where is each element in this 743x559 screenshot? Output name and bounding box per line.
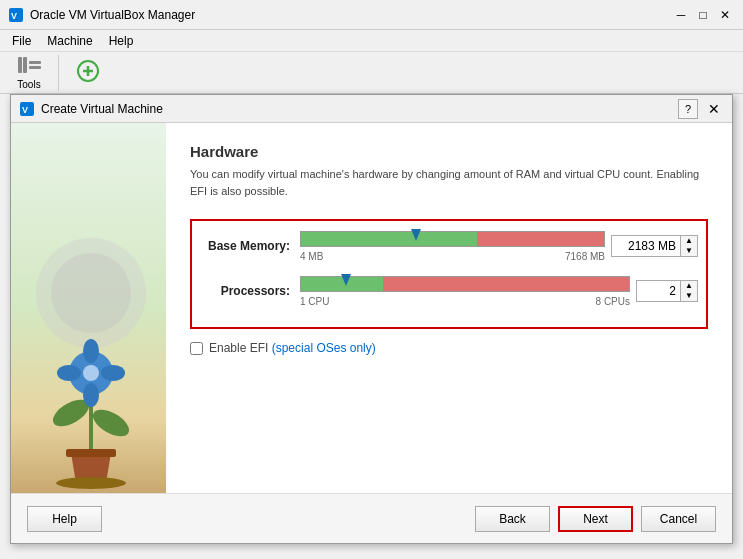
svg-text:V: V	[22, 105, 28, 115]
base-memory-spinbox: ▲ ▼	[611, 235, 698, 257]
svg-rect-4	[29, 61, 41, 64]
maximize-button[interactable]: □	[693, 5, 713, 25]
memory-max-label: 7168 MB	[565, 251, 605, 262]
add-button[interactable]	[63, 56, 113, 90]
back-button[interactable]: Back	[475, 506, 550, 532]
processors-input[interactable]	[636, 280, 681, 302]
svg-point-12	[51, 253, 131, 333]
processors-slider-container: 1 CPU 8 CPUs	[300, 274, 630, 307]
dialog-icon: V	[19, 101, 35, 117]
close-button[interactable]: ✕	[715, 5, 735, 25]
cpu-slider-track	[300, 274, 630, 294]
add-icon	[76, 59, 100, 86]
cpu-spin-down[interactable]: ▼	[681, 291, 697, 301]
minimize-button[interactable]: ─	[671, 5, 691, 25]
processors-label: Processors:	[200, 284, 300, 298]
next-button[interactable]: Next	[558, 506, 633, 532]
svg-point-19	[83, 383, 99, 407]
section-title: Hardware	[190, 143, 708, 160]
cpu-slider-labels: 1 CPU 8 CPUs	[300, 296, 630, 307]
base-memory-slider-container: 4 MB 7168 MB	[300, 229, 605, 262]
main-window: V Oracle VM VirtualBox Manager ─ □ ✕ Fil…	[0, 0, 743, 559]
hardware-settings-box: Base Memory:	[190, 219, 708, 329]
section-description: You can modify virtual machine's hardwar…	[190, 166, 708, 199]
processors-row: Processors:	[200, 274, 698, 307]
memory-slider-labels: 4 MB 7168 MB	[300, 251, 605, 262]
sidebar-illustration	[11, 123, 166, 493]
dialog-controls: ? ✕	[678, 99, 724, 119]
window-controls: ─ □ ✕	[671, 5, 735, 25]
app-title: Oracle VM VirtualBox Manager	[30, 8, 671, 22]
svg-point-18	[83, 339, 99, 363]
efi-checkbox[interactable]	[190, 342, 203, 355]
memory-slider-track	[300, 229, 605, 249]
svg-rect-22	[66, 449, 116, 457]
app-icon: V	[8, 7, 24, 23]
svg-point-20	[57, 365, 81, 381]
dialog-close-button[interactable]: ✕	[704, 99, 724, 119]
efi-label[interactable]: Enable EFI (special OSes only)	[209, 341, 376, 355]
create-vm-dialog: V Create Virtual Machine ? ✕	[10, 94, 733, 544]
efi-blue-text: (special OSes only)	[272, 341, 376, 355]
svg-point-21	[101, 365, 125, 381]
title-bar: V Oracle VM VirtualBox Manager ─ □ ✕	[0, 0, 743, 30]
dialog-title-bar: V Create Virtual Machine ? ✕	[11, 95, 732, 123]
svg-rect-3	[23, 57, 27, 73]
plant-svg	[21, 213, 161, 493]
svg-rect-5	[29, 66, 41, 69]
menu-file[interactable]: File	[4, 32, 39, 50]
memory-spinbox-arrows: ▲ ▼	[681, 235, 698, 257]
tools-icon	[17, 55, 41, 78]
efi-checkbox-row: Enable EFI (special OSes only)	[190, 341, 708, 355]
memory-spin-up[interactable]: ▲	[681, 236, 697, 246]
cpu-min-label: 1 CPU	[300, 296, 329, 307]
cpu-spin-up[interactable]: ▲	[681, 281, 697, 291]
dialog-body: Hardware You can modify virtual machine'…	[11, 123, 732, 493]
help-button[interactable]: Help	[27, 506, 102, 532]
tools-label: Tools	[17, 79, 40, 90]
svg-point-17	[83, 365, 99, 381]
dialog-main-content: Hardware You can modify virtual machine'…	[166, 123, 732, 493]
cpu-spinbox-arrows: ▲ ▼	[681, 280, 698, 302]
base-memory-label: Base Memory:	[200, 239, 300, 253]
base-memory-input[interactable]	[611, 235, 681, 257]
dialog-footer: Help Back Next Cancel	[11, 493, 732, 543]
cpu-max-label: 8 CPUs	[596, 296, 630, 307]
svg-text:V: V	[11, 11, 17, 21]
toolbar: Tools	[0, 52, 743, 94]
base-memory-row: Base Memory:	[200, 229, 698, 262]
menu-help[interactable]: Help	[101, 32, 142, 50]
cancel-button[interactable]: Cancel	[641, 506, 716, 532]
dialog-title: Create Virtual Machine	[41, 102, 678, 116]
processors-spinbox: ▲ ▼	[636, 280, 698, 302]
menu-machine[interactable]: Machine	[39, 32, 100, 50]
tools-button[interactable]: Tools	[4, 52, 54, 93]
memory-min-label: 4 MB	[300, 251, 323, 262]
svg-rect-2	[18, 57, 22, 73]
svg-point-23	[56, 477, 126, 489]
svg-point-15	[89, 404, 134, 441]
memory-spin-down[interactable]: ▼	[681, 246, 697, 256]
menu-bar: File Machine Help	[0, 30, 743, 52]
dialog-help-button[interactable]: ?	[678, 99, 698, 119]
